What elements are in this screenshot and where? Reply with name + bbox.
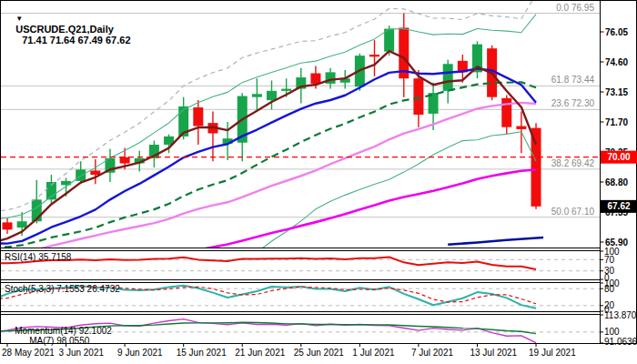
candle-body [267, 91, 277, 100]
price-axis-label: 71.70 [605, 117, 628, 127]
rsi-panel-plot[interactable] [0, 258, 600, 271]
date-label: 19 Jul 2021 [529, 348, 576, 358]
indicator-axis-label: 100 [604, 327, 620, 337]
candle-body [501, 98, 511, 127]
date-label: 9 Jun 2021 [117, 348, 163, 358]
candle-body [310, 74, 320, 84]
stoch-signal-line [0, 287, 536, 304]
candle-body [17, 221, 27, 228]
current-price-badge-label: 67.62 [607, 201, 630, 211]
candle-body [252, 94, 262, 96]
candle-body [443, 64, 453, 91]
ma-5-line [0, 51, 536, 242]
indicator-axis-label: 80 [604, 284, 615, 294]
fib-level-label: 0.0 76.95 [556, 3, 594, 13]
date-label: 1 Jul 2021 [352, 348, 395, 358]
date-label: 3 Jun 2021 [59, 348, 105, 358]
date-label: 13 Jul 2021 [470, 348, 517, 358]
fib-level-label: 38.2 69.42 [551, 158, 595, 168]
candle-body [531, 128, 541, 207]
momentum-panel-plot[interactable] [0, 319, 600, 343]
chart-canvas[interactable]: 0.0 76.9561.8 73.4423.6 72.3038.2 69.425… [0, 0, 637, 364]
price-axis-label: 68.80 [605, 177, 628, 187]
trading-chart-window: 0.0 76.9561.8 73.4423.6 72.3038.2 69.425… [0, 0, 637, 364]
candlestick-series [3, 14, 541, 237]
price-axis-label: 73.15 [605, 87, 628, 97]
date-label: 25 Jun 2021 [294, 348, 344, 358]
date-label: 7 Jul 2021 [411, 348, 454, 358]
candle-body [516, 126, 526, 129]
fib-level-label: 23.6 72.30 [551, 98, 595, 108]
fib-level-label: 61.8 73.44 [551, 75, 595, 85]
rsi-line [0, 258, 536, 270]
stoch-panel-plot[interactable] [0, 286, 600, 308]
fib-level-label: 50.0 67.10 [551, 207, 595, 217]
indicator-axis-label: 91.0636 [604, 337, 637, 347]
long-ma-line [448, 238, 543, 245]
candle-body [369, 55, 379, 56]
candle-body [3, 222, 13, 229]
price-axis-label: 76.05 [605, 27, 628, 37]
date-label: 28 May 2021 [2, 348, 55, 358]
candle-body [90, 170, 100, 175]
candle-body [281, 89, 291, 91]
price-axis-label: 65.90 [605, 238, 628, 248]
candle-body [193, 107, 203, 126]
alert-price-badge-label: 70.00 [607, 152, 630, 162]
indicator-axis-label: 113.8705 [604, 310, 637, 320]
price-axis-label: 74.60 [605, 57, 628, 67]
date-label: 21 Jun 2021 [235, 348, 285, 358]
main-chart-plot[interactable]: 0.0 76.9561.8 73.4423.6 72.3038.2 69.425… [0, 0, 600, 288]
date-label: 15 Jun 2021 [177, 348, 227, 358]
candle-body [120, 157, 130, 164]
candle-body [413, 78, 423, 115]
bollinger-lower-line [0, 132, 536, 288]
candle-body [384, 29, 394, 52]
indicator-axis-label: 70 [604, 255, 615, 265]
